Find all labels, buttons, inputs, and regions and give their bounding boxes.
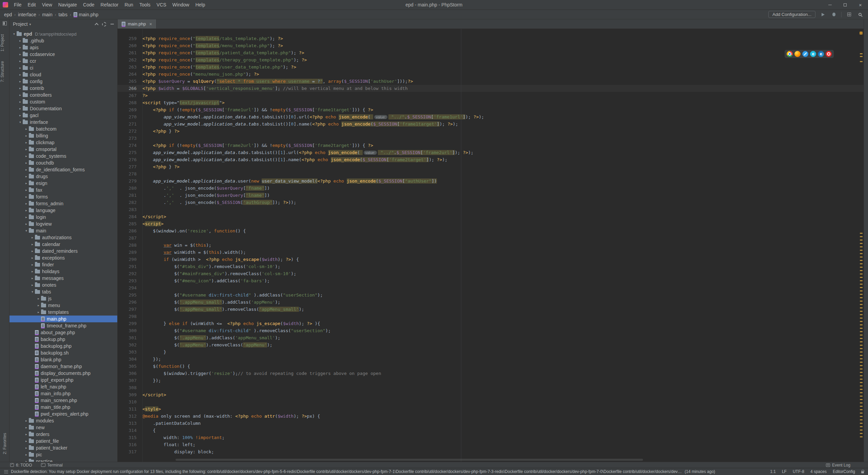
code-line-315[interactable]: 315 width: 100% !important; [118,434,864,441]
tree-item-js[interactable]: ▸js [9,295,117,302]
line-number[interactable]: 276 [118,156,139,163]
line-number[interactable]: 270 [118,113,139,120]
minimize-button[interactable] [822,0,837,10]
tree-item-github[interactable]: ▸.github [9,37,117,44]
line-number[interactable]: 314 [118,427,139,434]
chevron-expanded-icon[interactable]: ▾ [24,229,29,232]
tool-strip-button-2-favorites[interactable]: 2: Favorites [2,433,7,454]
code-line-314[interactable]: 314 { [118,427,864,434]
tree-item-controllers[interactable]: ▸controllers [9,92,117,98]
line-number[interactable]: 266 [118,85,139,92]
line-number[interactable]: 302 [118,341,139,348]
code-line-261[interactable]: 261<?php require_once("templates/patient… [118,49,864,56]
tree-item-cmsportal[interactable]: ▸cmsportal [9,146,117,153]
tool-windows-icon[interactable] [3,21,7,25]
line-number[interactable]: 285 [118,220,139,227]
edge-icon[interactable]: e [818,51,824,57]
chevron-collapsed-icon[interactable]: ▸ [24,127,29,131]
firefox-icon[interactable] [794,51,801,57]
tree-item-pic[interactable]: ▸pic [9,451,117,458]
chevron-collapsed-icon[interactable]: ▸ [30,263,35,266]
line-number[interactable]: 312 [118,413,139,420]
tree-item-forms[interactable]: ▸forms [9,193,117,200]
internet-explorer-icon[interactable]: e [810,51,816,57]
tree-item-finder[interactable]: ▸finder [9,261,117,268]
tree-item-ccr[interactable]: ▸ccr [9,58,117,64]
line-number[interactable]: 298 [118,313,139,320]
line-number[interactable]: 310 [118,398,139,405]
code-line-296[interactable]: 296 $('.appMenu_small').addClass('appMen… [118,299,864,306]
tree-item-drugs[interactable]: ▸drugs [9,173,117,180]
chevron-collapsed-icon[interactable]: ▸ [18,80,23,83]
code-line-279[interactable]: 279 app_view_model.application_data.user… [118,177,864,185]
code-line-278[interactable]: 278 [118,170,864,177]
line-number[interactable]: 263 [118,63,139,71]
line-number[interactable]: 297 [118,306,139,313]
tree-item-main-screen-php[interactable]: main_screen.php [9,397,117,404]
code-line-306[interactable]: 306 $(window).trigger('resize');// to av… [118,370,864,377]
line-number[interactable]: 281 [118,192,139,199]
close-button[interactable]: × [853,0,868,10]
chevron-collapsed-icon[interactable]: ▸ [24,209,29,212]
tree-item-esign[interactable]: ▸esign [9,180,117,187]
code-line-310[interactable]: 310 [118,398,864,405]
line-number[interactable]: 262 [118,56,139,63]
code-line-276[interactable]: 276 app_view_model.application_data.tabs… [118,156,864,163]
chevron-collapsed-icon[interactable]: ▸ [30,243,35,246]
line-number[interactable]: 311 [118,405,139,413]
menu-item-window[interactable]: Window [169,0,193,10]
chevron-collapsed-icon[interactable]: ▸ [30,256,35,260]
line-number[interactable]: 259 [118,35,139,42]
status-widget-1-1[interactable]: 1:1 [770,469,776,474]
code-line-290[interactable]: 290 if (winWidth > <?php echo js_escape(… [118,256,864,263]
tree-item-dated-reminders[interactable]: ▸dated_reminders [9,248,117,254]
line-number[interactable]: 271 [118,120,139,128]
tree-item-main-info-php[interactable]: main_info.php [9,390,117,397]
chevron-collapsed-icon[interactable]: ▸ [30,236,35,239]
line-number[interactable]: 282 [118,199,139,206]
chevron-collapsed-icon[interactable]: ▸ [30,249,35,253]
chevron-collapsed-icon[interactable]: ▸ [18,93,23,97]
status-widget-editorconfig[interactable]: EditorConfig [833,469,855,474]
chevron-collapsed-icon[interactable]: ▸ [30,283,35,287]
line-number[interactable]: 260 [118,42,139,49]
code-line-291[interactable]: 291 $("#tabs_div").removeClass('col-sm-1… [118,263,864,270]
tree-item-authorizations[interactable]: ▸authorizations [9,234,117,241]
status-widget-lf[interactable]: LF [782,469,787,474]
tool-window-button-event-log[interactable]: Event Log [826,463,850,468]
code-line-273[interactable]: 273 [118,135,864,142]
chevron-collapsed-icon[interactable]: ▸ [18,114,23,117]
tree-item-main-php[interactable]: main.php [9,316,117,322]
code-line-297[interactable]: 297 $('.appMenu_small').removeClass('app… [118,306,864,313]
menu-item-view[interactable]: View [39,0,55,10]
code-line-285[interactable]: 285<script> [118,220,864,227]
code-line-313[interactable]: 313 .patientDataColumn [118,420,864,427]
line-number[interactable]: 265 [118,78,139,85]
chevron-down-icon[interactable]: ▾ [29,22,31,26]
code-line-309[interactable]: 309</script> [118,391,864,398]
error-stripe-scrollbar[interactable] [859,29,864,462]
project-header-label[interactable]: Project [13,21,28,27]
status-widget-4-spaces[interactable]: 4 spaces [810,469,827,474]
chevron-collapsed-icon[interactable]: ▸ [24,168,29,171]
chevron-collapsed-icon[interactable]: ▸ [18,59,23,63]
status-widget-utf-8[interactable]: UTF-8 [793,469,804,474]
menu-item-code[interactable]: Code [80,0,97,10]
code-line-302[interactable]: 302 $('.appMenu').removeClass('appMenu')… [118,341,864,348]
code-line-271[interactable]: 271 app_view_model.application_data.tabs… [118,120,864,128]
line-number[interactable]: 305 [118,363,139,370]
tab-main-php[interactable]: main.php × [118,19,157,28]
chevron-collapsed-icon[interactable]: ▸ [24,195,29,198]
tree-item-about-page-php[interactable]: about_page.php [9,329,117,336]
chevron-collapsed-icon[interactable]: ▸ [36,304,41,307]
tree-item-interface[interactable]: ▾interface [9,119,117,126]
chevron-collapsed-icon[interactable]: ▸ [24,161,29,165]
breadcrumb-item-main[interactable]: main [41,12,53,17]
tool-strip-button-7-structure[interactable]: 7: Structure [0,61,5,82]
chevron-collapsed-icon[interactable]: ▸ [24,453,29,456]
code-line-312[interactable]: 312@media only screen and (max-width: <?… [118,413,864,420]
chevron-collapsed-icon[interactable]: ▸ [24,202,29,205]
tree-item-daemon-frame-php[interactable]: daemon_frame.php [9,363,117,370]
tree-item-clickmap[interactable]: ▸clickmap [9,139,117,146]
chevron-collapsed-icon[interactable]: ▸ [24,419,29,422]
